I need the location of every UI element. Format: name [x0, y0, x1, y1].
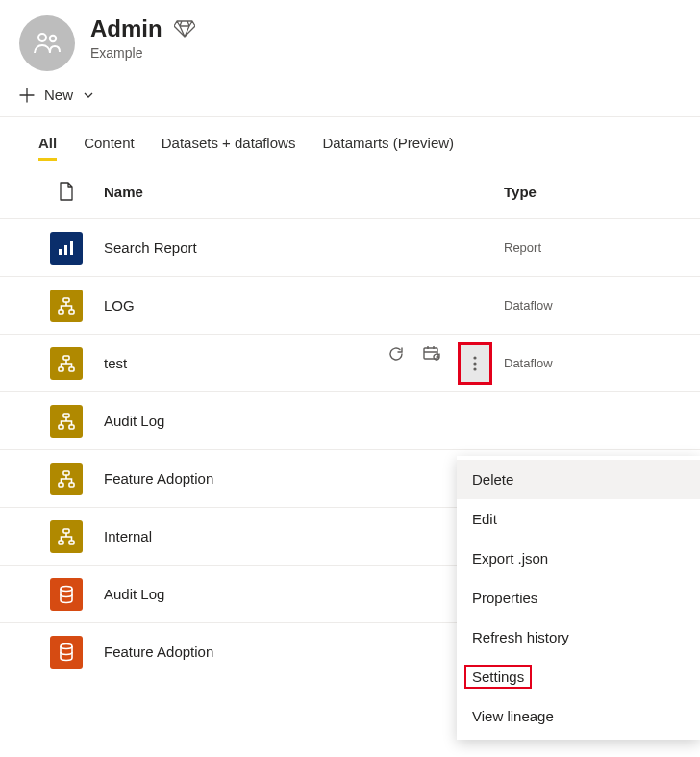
svg-point-24	[61, 586, 72, 591]
context-menu: DeleteEditExport .jsonPropertiesRefresh …	[457, 456, 700, 740]
svg-rect-3	[64, 245, 67, 255]
dataflow-icon	[50, 520, 83, 553]
command-bar: New	[0, 81, 700, 117]
chevron-down-icon	[83, 89, 94, 101]
svg-rect-21	[63, 529, 69, 533]
item-name[interactable]: test	[87, 355, 354, 371]
workspace-avatar	[19, 15, 75, 71]
svg-rect-22	[59, 541, 63, 544]
item-name[interactable]: Search Report	[87, 240, 354, 256]
dataset-icon	[50, 636, 83, 669]
dataflow-icon	[50, 405, 83, 438]
svg-point-25	[61, 643, 72, 648]
svg-rect-17	[69, 425, 74, 429]
grid-header: Name Type	[0, 161, 700, 218]
table-row[interactable]: testDataflow	[0, 334, 700, 391]
menu-item-properties[interactable]: Properties	[457, 578, 700, 618]
table-row[interactable]: LOGDataflow	[0, 276, 700, 334]
dataflow-icon	[50, 347, 83, 380]
new-button-label: New	[44, 87, 73, 103]
svg-rect-20	[69, 483, 74, 487]
schedule-refresh-icon[interactable]	[423, 344, 442, 364]
tab-all[interactable]: All	[38, 135, 57, 161]
menu-item-export-json[interactable]: Export .json	[457, 539, 700, 578]
svg-rect-6	[59, 310, 63, 314]
more-options-button[interactable]	[460, 344, 490, 383]
svg-rect-4	[70, 241, 73, 255]
item-name[interactable]: Feature Adoption	[87, 470, 354, 487]
menu-item-delete[interactable]: Delete	[457, 460, 700, 499]
svg-point-12	[473, 356, 476, 359]
menu-item-settings[interactable]: Settings	[457, 657, 700, 696]
svg-rect-7	[69, 310, 74, 314]
svg-rect-10	[69, 367, 74, 371]
column-header-name[interactable]: Name	[87, 184, 354, 200]
svg-rect-15	[63, 414, 69, 417]
svg-rect-9	[59, 367, 63, 371]
menu-item-refresh-history[interactable]: Refresh history	[457, 618, 700, 657]
more-vertical-icon	[473, 355, 477, 372]
item-name[interactable]: LOG	[87, 297, 354, 314]
svg-rect-19	[59, 483, 63, 487]
item-type: Dataflow	[498, 356, 681, 370]
column-header-type[interactable]: Type	[498, 184, 681, 200]
svg-point-13	[473, 362, 476, 365]
svg-rect-5	[63, 298, 69, 302]
item-type: Dataflow	[498, 298, 681, 313]
workspace-title: Admin	[90, 15, 162, 43]
new-button[interactable]: New	[19, 87, 94, 103]
dataflow-icon	[50, 290, 83, 322]
view-tabs: AllContentDatasets + dataflowsDatamarts …	[0, 117, 700, 161]
item-name[interactable]: Internal	[87, 528, 354, 544]
tab-datasets-dataflows[interactable]: Datasets + dataflows	[162, 135, 296, 161]
report-icon	[50, 232, 83, 265]
tab-content[interactable]: Content	[84, 135, 135, 161]
svg-rect-23	[69, 541, 74, 544]
item-name[interactable]: Audit Log	[87, 586, 354, 602]
svg-rect-16	[59, 425, 63, 429]
menu-item-edit[interactable]: Edit	[457, 499, 700, 539]
refresh-icon[interactable]	[387, 344, 406, 364]
table-row[interactable]: Search ReportReport	[0, 218, 700, 276]
svg-rect-8	[63, 356, 69, 360]
workspace-header: Admin Example	[0, 0, 700, 81]
workspace-subtitle: Example	[90, 45, 195, 61]
svg-point-0	[38, 34, 46, 41]
svg-point-14	[473, 367, 476, 370]
premium-diamond-icon	[174, 20, 195, 38]
svg-rect-18	[63, 471, 69, 475]
dataflow-icon	[50, 463, 83, 495]
menu-item-view-lineage[interactable]: View lineage	[457, 696, 700, 736]
tab-datamarts-preview-[interactable]: Datamarts (Preview)	[322, 135, 454, 161]
people-icon	[33, 31, 62, 56]
item-name[interactable]: Audit Log	[87, 413, 354, 429]
file-icon	[59, 182, 74, 201]
plus-icon	[19, 88, 35, 103]
table-row[interactable]: Audit Log	[0, 391, 700, 449]
svg-rect-2	[59, 249, 62, 255]
item-type: Report	[498, 240, 681, 255]
svg-point-1	[50, 36, 56, 41]
item-name[interactable]: Feature Adoption	[87, 643, 354, 660]
dataset-icon	[50, 578, 83, 611]
